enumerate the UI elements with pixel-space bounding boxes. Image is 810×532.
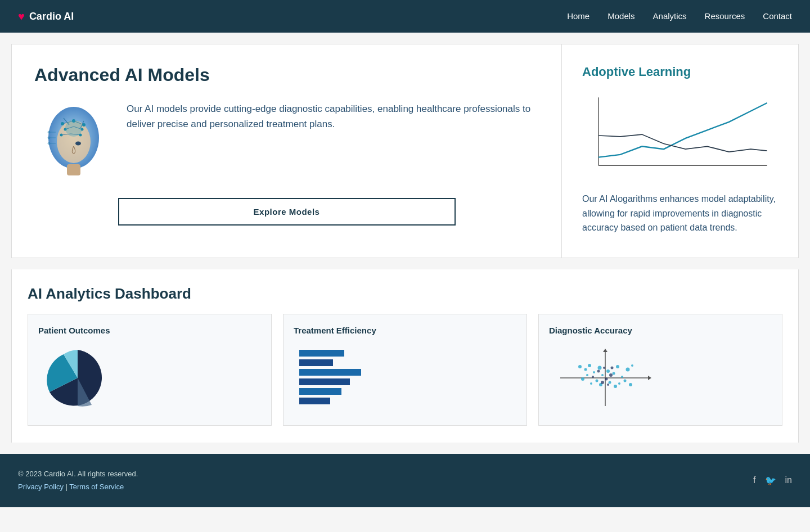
svg-point-19 <box>75 142 81 146</box>
svg-point-25 <box>48 142 50 145</box>
svg-point-54 <box>590 382 592 385</box>
svg-point-59 <box>629 383 632 386</box>
svg-rect-30 <box>299 369 361 376</box>
diagnostic-accuracy-chart <box>549 344 772 412</box>
nav-models[interactable]: Models <box>608 11 634 21</box>
svg-point-60 <box>597 369 600 372</box>
nav-contact[interactable]: Contact <box>763 11 792 21</box>
footer: © 2023 Cardio AI. All rights reserved. P… <box>0 454 810 507</box>
logo: ♥ Cardio AI <box>18 10 74 23</box>
footer-social: f 🐦 in <box>753 475 792 486</box>
dashboard-section: AI Analytics Dashboard Patient Outcomes <box>11 269 799 443</box>
svg-point-40 <box>588 364 591 367</box>
svg-point-45 <box>613 372 615 375</box>
footer-links[interactable]: Privacy Policy | Terms of Service <box>18 480 138 493</box>
treatment-efficiency-chart <box>294 344 516 412</box>
svg-point-49 <box>631 364 633 367</box>
nav-analytics[interactable]: Analytics <box>653 11 687 21</box>
adaptive-chart <box>582 91 778 181</box>
svg-point-16 <box>60 134 63 137</box>
terms-link[interactable]: Terms of Service <box>69 483 124 491</box>
main-title: Advanced AI Models <box>34 65 539 85</box>
patient-outcomes-title: Patient Outcomes <box>38 326 261 335</box>
left-panel: Advanced AI Models <box>12 44 562 258</box>
treatment-efficiency-title: Treatment Efficiency <box>294 326 516 335</box>
svg-point-42 <box>598 366 602 369</box>
svg-point-24 <box>48 137 50 139</box>
navbar: ♥ Cardio AI Home Models Analytics Resour… <box>0 0 810 33</box>
svg-point-48 <box>626 367 630 371</box>
nav-links: Home Models Analytics Resources Contact <box>567 11 792 21</box>
svg-point-43 <box>601 374 604 376</box>
svg-point-52 <box>609 381 611 384</box>
twitter-icon[interactable]: 🐦 <box>765 475 776 486</box>
svg-rect-32 <box>299 388 341 395</box>
svg-point-63 <box>605 377 608 380</box>
nav-resources[interactable]: Resources <box>705 11 745 21</box>
svg-point-23 <box>48 131 50 133</box>
svg-point-55 <box>581 377 584 381</box>
svg-point-50 <box>596 379 598 382</box>
svg-rect-33 <box>299 398 330 404</box>
svg-point-65 <box>611 366 614 369</box>
dashboard-title: AI Analytics Dashboard <box>12 285 798 303</box>
svg-point-13 <box>82 123 86 127</box>
svg-point-61 <box>603 367 605 369</box>
svg-point-18 <box>65 120 82 137</box>
svg-point-39 <box>584 368 587 371</box>
svg-point-11 <box>61 122 64 125</box>
patient-outcomes-chart <box>38 344 261 412</box>
facebook-icon[interactable]: f <box>753 475 755 486</box>
svg-rect-28 <box>299 350 344 357</box>
footer-copyright: © 2023 Cardio AI. All rights reserved. <box>18 467 138 480</box>
explore-models-button[interactable]: Explore Models <box>118 198 456 226</box>
patient-outcomes-card: Patient Outcomes <box>28 314 272 426</box>
svg-rect-29 <box>299 359 333 366</box>
right-panel: Adoptive Learning Our AI Alogarithms enh… <box>562 44 798 258</box>
logo-text: Cardio AI <box>29 11 74 22</box>
svg-point-53 <box>614 385 617 388</box>
svg-point-57 <box>624 379 627 382</box>
dashboard-cards: Patient Outcomes Treatment Efficiency <box>12 314 798 437</box>
privacy-policy-link[interactable]: Privacy Policy <box>18 483 64 491</box>
svg-point-41 <box>593 371 595 373</box>
svg-point-56 <box>586 374 588 376</box>
nav-home[interactable]: Home <box>567 11 590 21</box>
svg-point-46 <box>616 365 619 368</box>
svg-rect-31 <box>299 378 350 385</box>
svg-rect-1 <box>67 164 80 175</box>
footer-left: © 2023 Cardio AI. All rights reserved. P… <box>18 467 138 494</box>
svg-point-64 <box>592 376 594 378</box>
diagnostic-accuracy-title: Diagnostic Accuracy <box>549 326 772 335</box>
svg-point-66 <box>601 381 604 384</box>
linkedin-icon[interactable]: in <box>785 475 792 486</box>
svg-marker-37 <box>648 376 651 380</box>
svg-marker-36 <box>603 349 608 352</box>
main-content: Advanced AI Models <box>11 44 799 258</box>
adaptive-description: Our AI Alogarithms enhances model adapta… <box>582 192 778 235</box>
svg-point-62 <box>609 373 613 377</box>
svg-point-44 <box>606 369 610 373</box>
adaptive-title: Adoptive Learning <box>582 65 778 79</box>
svg-point-38 <box>578 365 582 368</box>
logo-icon: ♥ <box>18 10 25 23</box>
diagnostic-accuracy-card: Diagnostic Accuracy <box>538 314 782 426</box>
svg-point-67 <box>607 384 609 386</box>
brain-illustration <box>34 101 113 180</box>
treatment-efficiency-card: Treatment Efficiency <box>283 314 527 426</box>
model-description: Our AI models provide cutting-edge diagn… <box>127 101 539 132</box>
svg-point-58 <box>618 382 620 385</box>
model-section: Our AI models provide cutting-edge diagn… <box>34 101 539 180</box>
svg-point-47 <box>621 376 623 378</box>
